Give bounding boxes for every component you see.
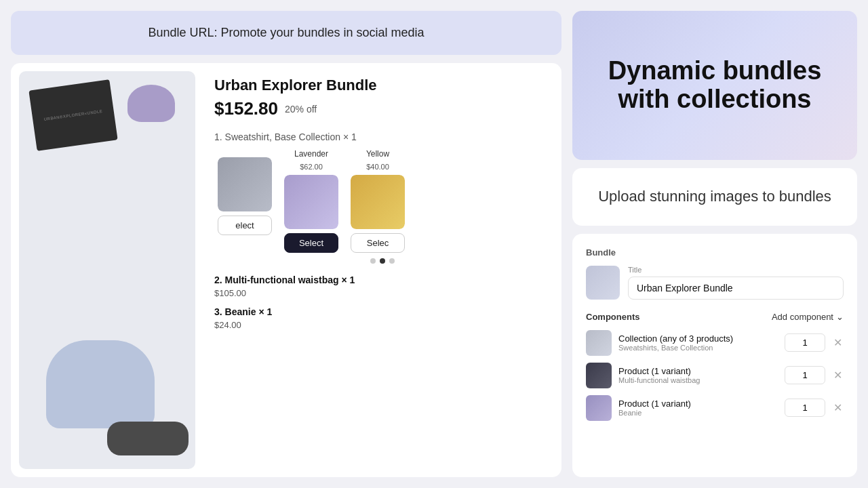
add-component-label: Add component (772, 312, 833, 322)
component-collection-thumb (586, 330, 612, 356)
variant-gray-image (218, 157, 272, 211)
component-number-1: 1. (214, 131, 225, 142)
variant-yellow-swatch (351, 175, 405, 229)
product-image-area (19, 71, 195, 469)
component-beanie-qty: × 1 (258, 306, 272, 317)
dot-3 (389, 258, 395, 264)
component-waistbag-name: Multi-functional waistbag (225, 274, 339, 285)
variant-yellow: Yellow $40.00 Selec (347, 149, 408, 253)
variant-yellow-image (351, 175, 405, 229)
component-waistbag-remove-btn[interactable]: ✕ (832, 369, 844, 382)
right-panel: Dynamic bundles with collections Upload … (572, 11, 857, 477)
upload-banner: Upload stunning images to bundles (572, 168, 857, 226)
bundle-editor-label: Bundle (586, 247, 844, 258)
variant-lavender-select-btn[interactable]: Select (284, 233, 338, 253)
component-waistbag-section: 2. Multi-functional waistbag × 1 $105.00 (214, 274, 551, 298)
component-waistbag-qty[interactable] (785, 366, 825, 384)
component-beanie-name: Beanie (225, 306, 256, 317)
variant-lavender: Lavender $62.00 Select (281, 149, 342, 253)
bundle-title-label: Title (628, 266, 844, 274)
component-beanie-remove-btn[interactable]: ✕ (832, 401, 844, 414)
product-discount: 20% off (285, 104, 317, 115)
variant-lavender-image (284, 175, 338, 229)
component-beanie-title: 3. Beanie × 1 (214, 306, 551, 317)
component-waistbag-title: 2. Multi-functional waistbag × 1 (214, 274, 551, 285)
component-beanie-section: 3. Beanie × 1 $24.00 (214, 306, 551, 330)
variant-dots (214, 258, 551, 264)
component-waistbag-info: Product (1 variant) Multi-functional wai… (618, 366, 778, 384)
bundle-title-field-group: Title (628, 266, 844, 300)
product-title: Urban Explorer Bundle (214, 77, 551, 94)
component-collection-qty[interactable] (785, 333, 825, 352)
variant-yellow-price: $40.00 (366, 163, 389, 171)
variant-lavender-price: $62.00 (300, 163, 323, 171)
components-label: Components (586, 312, 639, 322)
variant-gray-swatch (218, 157, 272, 211)
component-sweatshirt-title: 1. Sweatshirt, Base Collection × 1 (214, 131, 551, 142)
component-beanie-price: $24.00 (214, 320, 551, 330)
dynamic-bundles-text: Dynamic bundles with collections (589, 57, 841, 114)
product-details: Urban Explorer Bundle $152.80 20% off 1.… (203, 63, 561, 477)
variant-lavender-swatch (284, 175, 338, 229)
component-collection-sub: Sweatshirts, Base Collection (618, 344, 778, 352)
variant-gray: elect (214, 149, 275, 253)
bundle-editor: Bundle Title Components Add component ⌄ … (572, 234, 857, 477)
component-sweatshirt-section: 1. Sweatshirt, Base Collection × 1 elect (214, 131, 551, 264)
banner-url-text: Bundle URL: Promote your bundles in soci… (148, 26, 424, 39)
component-collection-remove-btn[interactable]: ✕ (832, 336, 844, 349)
product-price-row: $152.80 20% off (214, 98, 551, 119)
dot-1 (370, 258, 376, 264)
sweatshirt-shape (46, 340, 155, 428)
upload-banner-text: Upload stunning images to bundles (589, 187, 841, 207)
product-card: Urban Explorer Bundle $152.80 20% off 1.… (11, 63, 561, 477)
box-shape (28, 79, 117, 151)
component-beanie-thumb (586, 395, 612, 421)
component-row-waistbag: Product (1 variant) Multi-functional wai… (586, 363, 844, 388)
bundle-url-banner: Bundle URL: Promote your bundles in soci… (11, 11, 561, 55)
component-row-collection: Collection (any of 3 products) Sweatshir… (586, 330, 844, 356)
component-beanie-sub: Beanie (618, 409, 778, 417)
add-component-button[interactable]: Add component ⌄ (772, 312, 844, 322)
variant-yellow-select-btn[interactable]: Selec (351, 233, 405, 253)
variant-selector: elect Lavender $62.00 Select (214, 149, 551, 253)
dynamic-bundles-banner: Dynamic bundles with collections (572, 11, 857, 160)
component-beanie-info: Product (1 variant) Beanie (618, 399, 778, 417)
variant-yellow-label: Yellow (366, 149, 389, 159)
product-price: $152.80 (214, 98, 278, 119)
product-image (19, 71, 195, 469)
component-waistbag-name-editor: Product (1 variant) (618, 366, 778, 376)
bundle-title-input[interactable] (628, 277, 844, 300)
component-waistbag-sub: Multi-functional waistbag (618, 376, 778, 384)
component-beanie-qty[interactable] (785, 399, 825, 417)
component-qty-1: × 1 (343, 131, 357, 142)
component-name-1: Sweatshirt, Base Collection (225, 131, 340, 142)
component-waistbag-qty: × 1 (341, 274, 355, 285)
component-waistbag-thumb (586, 363, 612, 388)
left-panel: Bundle URL: Promote your bundles in soci… (11, 11, 561, 477)
waistbag-shape (107, 422, 189, 455)
bundle-thumbnail (586, 266, 620, 300)
component-collection-name: Collection (any of 3 products) (618, 333, 778, 344)
variant-lavender-label: Lavender (294, 149, 328, 159)
component-waistbag-price: $105.00 (214, 288, 551, 298)
component-row-beanie: Product (1 variant) Beanie ✕ (586, 395, 844, 421)
bundle-title-row: Title (586, 266, 844, 300)
components-header: Components Add component ⌄ (586, 312, 844, 322)
beanie-shape (127, 85, 175, 122)
add-component-chevron-icon: ⌄ (836, 312, 844, 322)
variant-scroll: elect Lavender $62.00 Select (214, 149, 551, 253)
dot-2 (380, 258, 385, 264)
component-beanie-name-editor: Product (1 variant) (618, 399, 778, 409)
variant-gray-select-btn[interactable]: elect (218, 216, 272, 235)
component-collection-info: Collection (any of 3 products) Sweatshir… (618, 333, 778, 352)
